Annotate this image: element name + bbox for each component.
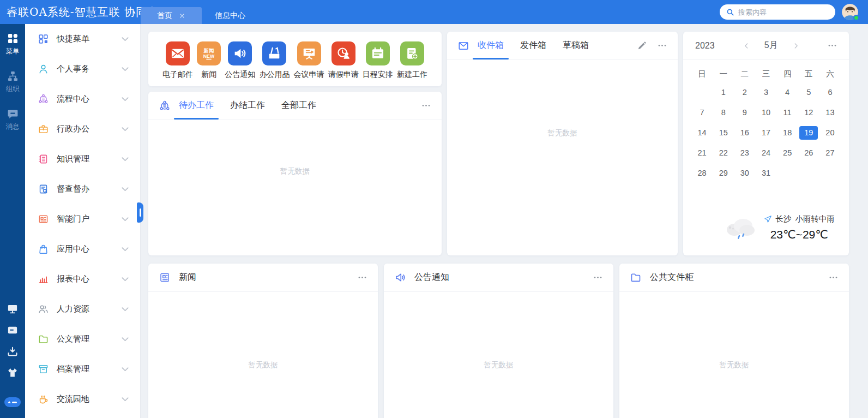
calendar-day[interactable]: 28 [691, 166, 713, 180]
mail-tab[interactable]: 草稿箱 [563, 32, 589, 59]
calendar-day[interactable]: 16 [734, 126, 755, 140]
chevron-down-icon[interactable] [120, 364, 130, 374]
avatar[interactable] [842, 4, 858, 20]
more-icon[interactable] [593, 273, 602, 282]
calendar-day[interactable] [819, 166, 841, 180]
calendar-day[interactable]: 1 [713, 86, 734, 99]
app-shortcut[interactable]: 日程安排 [363, 41, 393, 80]
menu-item[interactable]: 智能门户 [25, 204, 140, 234]
chevron-down-icon[interactable] [120, 64, 130, 74]
calendar-day[interactable]: 11 [777, 106, 798, 120]
chevron-down-icon[interactable] [120, 214, 130, 224]
compose-icon[interactable] [637, 41, 647, 50]
panel-collapse-handle[interactable] [137, 202, 143, 223]
calendar-day[interactable]: 9 [734, 106, 755, 120]
app-shortcut[interactable]: 新闻NEW 新闻 [197, 41, 221, 80]
menu-item[interactable]: 公文管理 [25, 324, 140, 354]
menu-item[interactable]: 个人事务 [25, 54, 140, 84]
rail-item[interactable]: 消息 [6, 108, 20, 132]
app-shortcut[interactable]: 新建工作 [397, 41, 427, 80]
menu-item[interactable]: 督查督办 [25, 174, 140, 204]
calendar-day[interactable]: 12 [798, 106, 819, 120]
chevron-down-icon[interactable] [120, 334, 130, 344]
calendar-day[interactable]: 19 [799, 126, 818, 140]
chevron-down-icon[interactable] [120, 34, 130, 44]
chevron-down-icon[interactable] [120, 304, 130, 314]
nav-tab[interactable]: 首页 [141, 7, 202, 24]
rail-item[interactable]: 菜单 [6, 33, 20, 56]
shirt-icon[interactable] [7, 367, 18, 378]
calendar-day[interactable]: 8 [713, 106, 734, 120]
more-icon[interactable] [421, 101, 431, 110]
calendar-day[interactable]: 25 [777, 146, 798, 160]
calendar-day[interactable]: 14 [691, 126, 713, 140]
calendar-day[interactable]: 17 [755, 126, 776, 140]
card-icon[interactable] [7, 325, 18, 336]
prev-month-button[interactable] [743, 42, 750, 50]
calendar-day[interactable]: 4 [777, 86, 798, 99]
mail-tab[interactable]: 收件箱 [478, 32, 504, 59]
download-icon[interactable] [7, 346, 18, 357]
chevron-down-icon[interactable] [120, 124, 130, 134]
calendar-day[interactable]: 2 [734, 86, 755, 99]
calendar-day[interactable]: 29 [713, 166, 734, 180]
mail-tab[interactable]: 发件箱 [520, 32, 546, 59]
calendar-day[interactable]: 21 [691, 146, 713, 160]
next-month-button[interactable] [792, 42, 800, 50]
calendar-day[interactable]: 15 [713, 126, 734, 140]
calendar-day[interactable]: 18 [777, 126, 798, 140]
nav-tab[interactable]: 信息中心 [202, 7, 258, 24]
chevron-down-icon[interactable] [120, 274, 130, 284]
calendar-day[interactable]: 20 [819, 126, 841, 140]
menu-item[interactable]: 应用中心 [25, 234, 140, 264]
calendar-day[interactable]: 5 [798, 86, 819, 99]
calendar-day[interactable]: 27 [819, 146, 841, 160]
monitor-icon[interactable] [7, 303, 18, 314]
search-box[interactable] [720, 4, 835, 20]
calendar-day[interactable] [777, 166, 798, 180]
calendar-day[interactable]: 10 [755, 106, 776, 120]
calendar-day[interactable]: 26 [798, 146, 819, 160]
chevron-down-icon[interactable] [120, 154, 130, 164]
menu-item[interactable]: 报表中心 [25, 264, 140, 294]
chevron-down-icon[interactable] [120, 184, 130, 194]
menu-item[interactable]: 人力资源 [25, 294, 140, 324]
menu-item[interactable]: 流程中心 [25, 84, 140, 114]
app-shortcut[interactable]: 公告通知 [225, 41, 255, 80]
calendar-day[interactable]: 30 [734, 166, 755, 180]
rail-item[interactable]: 组织 [6, 70, 20, 94]
work-tab[interactable]: 办结工作 [230, 92, 265, 120]
calendar-day[interactable]: 22 [713, 146, 734, 160]
collapse-toggle[interactable] [4, 397, 21, 407]
more-icon[interactable] [658, 41, 667, 50]
more-icon[interactable] [358, 273, 367, 282]
chevron-down-icon[interactable] [120, 94, 130, 104]
calendar-day[interactable]: 31 [755, 166, 776, 180]
search-input[interactable] [738, 8, 834, 16]
app-shortcut[interactable]: 请假申请 [328, 41, 359, 80]
calendar-day[interactable]: 13 [819, 106, 841, 120]
app-shortcut[interactable]: 电子邮件 [162, 41, 193, 80]
menu-item[interactable]: 行政办公 [25, 114, 140, 144]
more-icon[interactable] [828, 41, 837, 50]
more-icon[interactable] [829, 273, 838, 282]
chevron-down-icon[interactable] [120, 244, 130, 254]
work-tab[interactable]: 全部工作 [281, 92, 316, 120]
menu-item[interactable]: 快捷菜单 [25, 24, 140, 54]
menu-item[interactable]: 交流园地 [25, 384, 140, 414]
menu-item[interactable]: 知识管理 [25, 144, 140, 174]
app-shortcut[interactable]: 会议申请 [294, 41, 324, 80]
chevron-down-icon[interactable] [120, 394, 130, 404]
meeting-tile-icon [297, 41, 321, 65]
calendar-day[interactable] [691, 86, 713, 99]
calendar-day[interactable]: 3 [755, 86, 776, 99]
calendar-day[interactable]: 7 [691, 106, 713, 120]
menu-item[interactable]: 档案管理 [25, 354, 140, 384]
calendar-day[interactable]: 6 [819, 86, 841, 99]
app-shortcut[interactable]: 办公用品 [259, 41, 290, 80]
calendar-day[interactable]: 24 [755, 146, 776, 160]
calendar-day[interactable]: 23 [734, 146, 755, 160]
calendar-day[interactable] [798, 166, 819, 180]
work-tab[interactable]: 待办工作 [179, 92, 214, 120]
close-icon[interactable] [179, 13, 185, 19]
